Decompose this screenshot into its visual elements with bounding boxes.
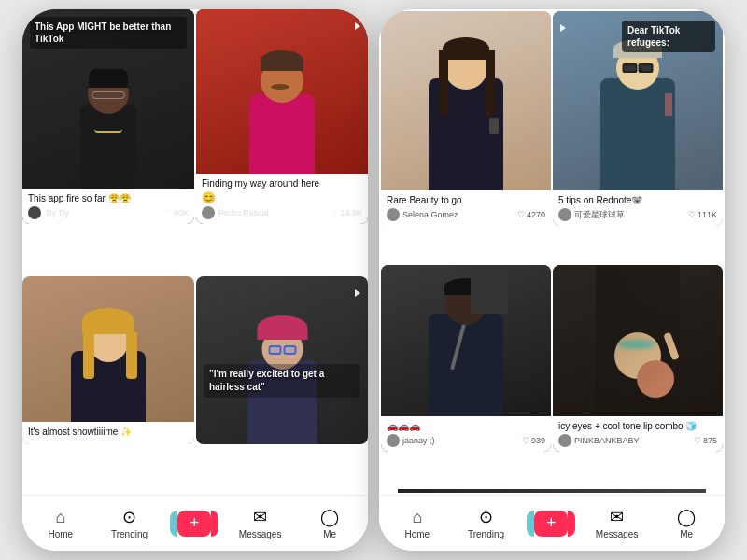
trending-label-left: Trending [111, 529, 148, 539]
heart-icon-r2: ♡ [688, 210, 696, 219]
home-label-left: Home [48, 529, 73, 539]
feed-card-1[interactable]: This App MIGHT be better than TikTok Thi… [22, 9, 194, 224]
r-card-2-username: 可爱星球球草 [574, 209, 625, 221]
card-2-likes: ♡ 14.9K [331, 208, 362, 217]
card-2-username: Pedro Pascal [218, 208, 269, 217]
trending-label-right: Trending [468, 529, 504, 539]
r-card-3-likes: ♡ 939 [522, 436, 545, 445]
me-label-right: Me [680, 529, 693, 539]
right-bottom-nav: ⌂ Home ⊙ Trending + ✉ Messages ◯ Me [379, 495, 725, 551]
r-card-3-info: 🚗🚗🚗 jaanay ;) ♡ 939 [381, 416, 551, 452]
r-card-3-like-count: 939 [531, 436, 545, 445]
nav-trending-right[interactable]: ⊙ Trending [466, 507, 507, 539]
r-card-2-play [560, 19, 566, 35]
messages-label-left: Messages [239, 529, 282, 539]
r-card-3-user: jaanay ;) [387, 434, 435, 447]
me-label-left: Me [323, 529, 336, 539]
r-card-1-likes: ♡ 4270 [517, 210, 545, 219]
r-card-4-likes: ♡ 875 [694, 436, 717, 445]
r-card-2-likes: ♡ 111K [688, 210, 717, 219]
r-card-1-title: Rare Beauty to go [387, 195, 545, 205]
r-card-1-avatar [387, 208, 400, 221]
card-1-overlay-text: This App MIGHT be better than TikTok [30, 17, 187, 49]
r-card-4-user: PINKBANKBABY [558, 434, 640, 447]
scroll-indicator [398, 489, 706, 493]
card-3-info: It's almost showtiiiime ✨ [22, 422, 194, 444]
heart-icon-r1: ♡ [517, 210, 525, 219]
trending-icon-right: ⊙ [479, 507, 493, 527]
r-card-2-meta: 可爱星球球草 ♡ 111K [558, 208, 717, 221]
nav-me-left[interactable]: ◯ Me [309, 507, 350, 539]
card-2-title: Finding my way around here [202, 178, 362, 189]
feed-card-4[interactable]: "I'm really excited to get a hairless ca… [196, 276, 368, 444]
r-card-2-avatar [558, 208, 571, 221]
r-card-1-info: Rare Beauty to go Selena Gomez ♡ 4270 [381, 190, 551, 226]
r-card-4-avatar [558, 434, 571, 447]
r-feed-card-3[interactable]: 🚗🚗🚗 jaanay ;) ♡ 939 [381, 265, 551, 452]
heart-icon-2: ♡ [331, 208, 338, 217]
card-4-quote: "I'm really excited to get a hairless ca… [204, 364, 360, 398]
nav-home-right[interactable]: ⌂ Home [397, 508, 438, 539]
r-card-4-info: icy eyes + cool tone lip combo 🧊 PINKBAN… [553, 416, 723, 452]
r-feed-card-2[interactable]: Dear TikTok refugees: 5 tips on Rednote🐨… [553, 11, 723, 226]
card-2-play [355, 17, 360, 34]
plus-icon-right: + [546, 513, 557, 533]
r-card-3-title: 🚗🚗🚗 [387, 421, 545, 431]
r-card-1-user: Selena Gomez [387, 208, 458, 221]
plus-icon-left: + [190, 513, 200, 533]
nav-home-left[interactable]: ⌂ Home [40, 508, 81, 539]
card-1-avatar [28, 206, 41, 219]
nav-me-right[interactable]: ◯ Me [666, 507, 707, 539]
card-4-play [355, 284, 360, 301]
trending-icon-left: ⊙ [122, 507, 136, 527]
r-card-1-username: Selena Gomez [402, 210, 458, 219]
messages-label-right: Messages [596, 529, 639, 539]
right-feed-grid: Rare Beauty to go Selena Gomez ♡ 4270 [379, 9, 725, 489]
messages-icon-right: ✉ [610, 507, 624, 527]
heart-icon-r3: ♡ [522, 436, 529, 445]
r-feed-card-1[interactable]: Rare Beauty to go Selena Gomez ♡ 4270 [381, 11, 551, 226]
r-card-2-info: 5 tips on Rednote🐨 可爱星球球草 ♡ 111K [553, 190, 723, 226]
home-icon-right: ⌂ [412, 508, 422, 527]
r-card-3-username: jaanay ;) [402, 436, 435, 445]
right-phone-screen: Rare Beauty to go Selena Gomez ♡ 4270 [379, 9, 725, 551]
card-2-meta: Pedro Pascal ♡ 14.9K [202, 206, 362, 219]
heart-icon-r4: ♡ [694, 436, 701, 445]
r-card-4-title: icy eyes + cool tone lip combo 🧊 [558, 421, 717, 431]
card-1-likes: ♡ 90K [164, 208, 189, 217]
r-card-4-meta: PINKBANKBABY ♡ 875 [558, 434, 717, 447]
add-button-right[interactable]: + [534, 511, 568, 537]
add-button-left[interactable]: + [177, 511, 211, 537]
card-1-title: This app fire so far 😤😤 [28, 193, 189, 203]
nav-trending-left[interactable]: ⊙ Trending [109, 507, 150, 539]
me-icon-left: ◯ [320, 507, 339, 527]
card-2-emoji: 😊 [202, 191, 362, 204]
home-icon-left: ⌂ [55, 508, 65, 527]
me-icon-right: ◯ [677, 507, 696, 527]
left-feed-grid: This App MIGHT be better than TikTok Thi… [22, 9, 368, 495]
card-1-meta: Tiy Tiy ♡ 90K [28, 206, 189, 219]
heart-icon-1: ♡ [164, 208, 172, 217]
r-feed-card-4[interactable]: icy eyes + cool tone lip combo 🧊 PINKBAN… [553, 265, 723, 452]
r-card-4-like-count: 875 [703, 436, 717, 445]
card-1-like-count: 90K [174, 208, 189, 217]
home-label-right: Home [404, 529, 430, 539]
feed-card-3[interactable]: It's almost showtiiiime ✨ [22, 276, 194, 444]
right-phone: Rare Beauty to go Selena Gomez ♡ 4270 [379, 9, 725, 551]
left-phone: This App MIGHT be better than TikTok Thi… [22, 9, 368, 551]
r-card-3-meta: jaanay ;) ♡ 939 [387, 434, 545, 447]
r-card-2-title: 5 tips on Rednote🐨 [558, 195, 717, 205]
r-card-2-overlay: Dear TikTok refugees: [622, 21, 715, 52]
r-card-2-like-count: 111K [698, 210, 717, 219]
nav-messages-right[interactable]: ✉ Messages [596, 507, 639, 539]
card-2-avatar [202, 206, 215, 219]
left-bottom-nav: ⌂ Home ⊙ Trending + ✉ Messages ◯ Me [22, 495, 368, 551]
card-2-like-count: 14.9K [340, 208, 362, 217]
card-2-user: Pedro Pascal [202, 206, 269, 219]
r-card-2-user: 可爱星球球草 [558, 208, 625, 221]
feed-card-2[interactable]: Finding my way around here 😊 Pedro Pasca… [196, 9, 368, 224]
r-card-4-username: PINKBANKBABY [574, 436, 640, 445]
nav-messages-left[interactable]: ✉ Messages [239, 507, 282, 539]
left-phone-screen: This App MIGHT be better than TikTok Thi… [22, 9, 368, 551]
card-1-user: Tiy Tiy [28, 206, 69, 219]
